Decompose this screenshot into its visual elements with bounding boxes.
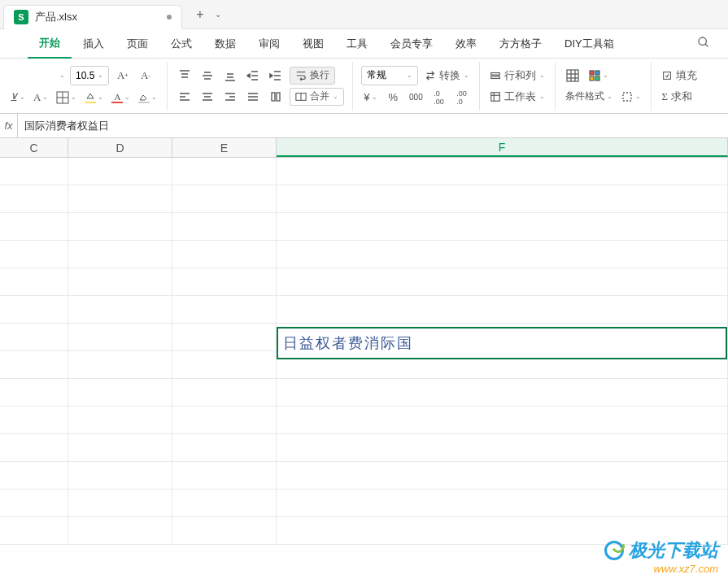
svg-rect-52 (664, 72, 671, 79)
fx-icon[interactable]: fx (0, 114, 18, 137)
tab-bar: S 产品.xlsx + ⌄ (0, 0, 728, 29)
increase-font-button[interactable]: A+ (114, 67, 132, 85)
table-row[interactable] (0, 434, 728, 462)
menu-bar: 开始 插入 页面 公式 数据 审阅 视图 工具 会员专享 效率 方方格子 DIY… (0, 29, 728, 59)
align-left-button[interactable] (176, 88, 194, 106)
search-icon[interactable] (686, 36, 721, 52)
wrap-text-button[interactable]: 换行 (290, 67, 335, 85)
increase-indent-button[interactable] (267, 67, 285, 85)
svg-rect-49 (590, 76, 594, 80)
menu-tools[interactable]: 工具 (335, 29, 379, 59)
spreadsheet-icon: S (14, 10, 28, 24)
menu-insert[interactable]: 插入 (72, 29, 116, 59)
table-row[interactable] (0, 462, 728, 489)
active-cell[interactable]: 日益权者费消际国 (277, 327, 727, 359)
column-header-c[interactable]: C (0, 138, 68, 157)
align-center-button[interactable] (198, 88, 216, 106)
svg-rect-42 (567, 70, 578, 81)
convert-label: 转换 (439, 68, 460, 83)
new-tab-button[interactable]: + (189, 3, 211, 26)
menu-start[interactable]: 开始 (28, 29, 72, 59)
menu-page[interactable]: 页面 (116, 29, 159, 59)
watermark-url: www.xz7.com (604, 563, 718, 575)
row-col-button[interactable]: 行和列 ⌄ (488, 67, 547, 85)
table-row[interactable] (0, 241, 728, 268)
cell-style-button[interactable]: ⌄ (586, 67, 610, 85)
chevron-down-icon: ⌄ (98, 72, 103, 79)
table-row[interactable] (0, 185, 728, 213)
align-middle-button[interactable] (198, 67, 216, 85)
number-format-dropdown[interactable]: 常规 ⌄ (361, 66, 418, 85)
formula-input[interactable]: 国际消费者权益日 (18, 119, 728, 133)
svg-line-1 (705, 44, 708, 46)
decrease-font-button[interactable]: A- (137, 67, 155, 85)
decrease-decimal-button[interactable]: .0.00 (429, 89, 447, 107)
wrap-text-label: 换行 (310, 68, 329, 82)
font-size-input[interactable]: 10.5 ⌄ (70, 66, 109, 85)
table-row[interactable] (0, 489, 728, 517)
orientation-button[interactable] (267, 88, 285, 106)
table-row[interactable] (0, 407, 728, 434)
menu-formula[interactable]: 公式 (159, 29, 203, 59)
fill-color-button[interactable]: ⌄ (83, 89, 105, 107)
table-row[interactable] (0, 213, 728, 241)
fill-button[interactable]: 填充 (660, 67, 699, 85)
unsaved-indicator-icon (167, 15, 172, 20)
border-button[interactable]: ⌄ (54, 89, 78, 107)
align-top-button[interactable] (176, 67, 194, 85)
font-family-dropdown[interactable]: ⌄ (8, 72, 65, 79)
number-format-value: 常规 (367, 68, 386, 82)
svg-rect-48 (595, 71, 599, 75)
menu-efficiency[interactable]: 效率 (444, 29, 488, 59)
font-group: ⌄ 10.5 ⌄ A+ A- ⊻⌄ A⌄ ⌄ ⌄ A ⌄ (0, 62, 168, 111)
table-row[interactable] (0, 268, 728, 296)
strikethrough-button[interactable]: A⌄ (32, 89, 50, 107)
table-style-button[interactable] (564, 67, 582, 85)
crop-button[interactable]: ⌄ (619, 88, 643, 106)
row-col-label: 行和列 (504, 68, 536, 83)
svg-rect-50 (595, 76, 599, 80)
align-bottom-button[interactable] (221, 67, 239, 85)
menu-review[interactable]: 审阅 (247, 29, 291, 59)
currency-button[interactable]: ¥⌄ (361, 89, 379, 107)
merge-cells-button[interactable]: 合并 ⌄ (290, 88, 344, 106)
column-header-f[interactable]: F (277, 138, 728, 157)
conditional-format-button[interactable]: 条件格式 ⌄ (564, 88, 614, 106)
convert-button[interactable]: 转换 ⌄ (423, 67, 471, 85)
menu-member[interactable]: 会员专享 (379, 29, 444, 59)
worksheet-button[interactable]: 工作表 ⌄ (488, 88, 547, 106)
increase-decimal-button[interactable]: .00.0 (452, 89, 470, 107)
menu-diy[interactable]: DIY工具箱 (553, 29, 626, 59)
svg-rect-39 (491, 92, 500, 101)
sum-button[interactable]: Σ 求和 (660, 88, 694, 106)
cond-format-label: 条件格式 (565, 89, 604, 103)
menu-view[interactable]: 视图 (291, 29, 335, 59)
menu-data[interactable]: 数据 (203, 29, 247, 59)
svg-rect-33 (272, 93, 275, 101)
justify-button[interactable] (244, 88, 262, 106)
column-header-e[interactable]: E (172, 138, 277, 157)
cell-content: 日益权者费消际国 (283, 333, 413, 353)
align-right-button[interactable] (221, 88, 239, 106)
table-row[interactable] (0, 158, 728, 185)
thousands-button[interactable]: 000 (407, 89, 425, 107)
decrease-indent-button[interactable] (244, 67, 262, 85)
worksheet-label: 工作表 (504, 89, 536, 104)
tab-dropdown-icon[interactable]: ⌄ (211, 10, 225, 19)
table-row[interactable] (0, 296, 728, 324)
menu-ffgz[interactable]: 方方格子 (488, 29, 553, 59)
highlight-button[interactable]: ⌄ (137, 89, 159, 107)
number-group: 常规 ⌄ 转换 ⌄ ¥⌄ % 000 .0.00 .00.0 (353, 62, 480, 111)
menu-prev-icon[interactable] (7, 35, 24, 53)
ribbon: ⌄ 10.5 ⌄ A+ A- ⊻⌄ A⌄ ⌄ ⌄ A ⌄ (0, 59, 728, 114)
watermark-text: 极光下载站 (629, 538, 718, 563)
font-color-button[interactable]: A ⌄ (110, 89, 132, 107)
merge-label: 合并 (310, 89, 329, 103)
percent-button[interactable]: % (384, 89, 402, 107)
column-header-d[interactable]: D (68, 138, 172, 157)
table-row[interactable] (0, 379, 728, 407)
underline-button[interactable]: ⊻⌄ (8, 89, 27, 107)
file-tab[interactable]: S 产品.xlsx (3, 5, 182, 29)
svg-rect-51 (623, 93, 631, 101)
sum-label: 求和 (671, 89, 692, 104)
